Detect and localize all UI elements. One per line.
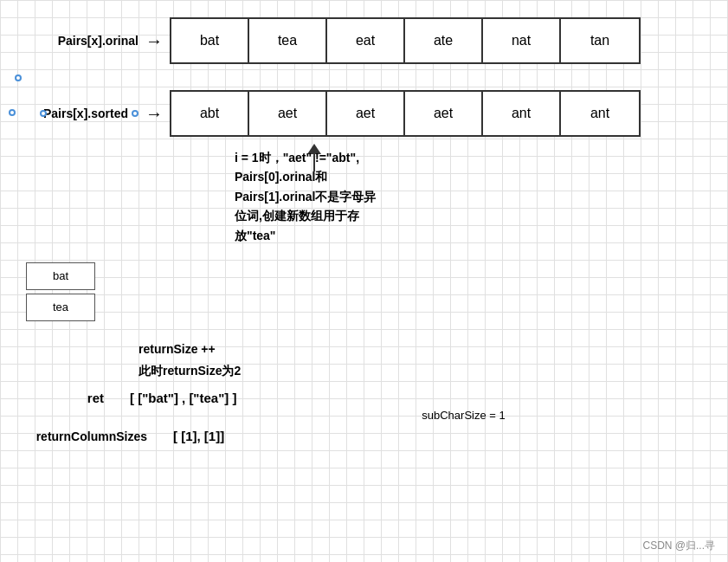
- sorted-label: Pairs[x].sorted: [43, 107, 128, 120]
- circle-top: [15, 74, 22, 81]
- ret-label: ret: [17, 391, 104, 405]
- return-size-line1: returnSize ++: [139, 339, 728, 360]
- orinal-label: Pairs[x].orinal: [17, 34, 139, 48]
- subchar-row: subCharSize = 1: [199, 409, 728, 422]
- small-boxes-area: bat tea: [26, 262, 728, 321]
- sorted-cells: abt aet aet aet ant ant: [170, 90, 641, 137]
- circle-bottom: [9, 109, 16, 116]
- cell-orinal-2: eat: [327, 19, 405, 62]
- arrow-right-orinal: [145, 31, 163, 51]
- watermark: CSDN @归...寻: [642, 539, 715, 553]
- orinal-row: Pairs[x].orinal bat tea eat ate nat tan: [17, 17, 728, 64]
- cell-sorted-3: aet: [405, 92, 483, 135]
- return-size-section: returnSize ++ 此时returnSize为2: [139, 339, 728, 382]
- annotation-text: i = 1时，"aet" !="abt", Pairs[0].orinal和 P…: [235, 148, 376, 245]
- return-col-value: [ [1], [1]]: [173, 429, 224, 443]
- cell-orinal-1: tea: [249, 19, 327, 62]
- cell-sorted-1: aet: [249, 92, 327, 135]
- arrow-right-sorted: [145, 104, 163, 124]
- sorted-wrapper: Pairs[x].sorted abt aet aet aet ant ant: [0, 90, 728, 137]
- dot-left: [40, 110, 47, 117]
- small-box-tea: tea: [26, 294, 95, 321]
- ret-row: ret [ ["bat"] , ["tea"] ]: [17, 391, 728, 405]
- cell-sorted-0: abt: [171, 92, 249, 135]
- cell-orinal-4: nat: [483, 19, 561, 62]
- circle-right: [132, 110, 139, 117]
- orinal-cells: bat tea eat ate nat tan: [170, 17, 641, 64]
- cell-orinal-0: bat: [171, 19, 249, 62]
- cell-sorted-5: ant: [561, 92, 639, 135]
- annotation-area: i = 1时，"aet" !="abt", Pairs[0].orinal和 P…: [195, 144, 728, 245]
- cell-sorted-2: aet: [327, 92, 405, 135]
- small-box-bat: bat: [26, 262, 95, 290]
- ret-value: [ ["bat"] , ["tea"] ]: [130, 391, 236, 405]
- sorted-row: Pairs[x].sorted abt aet aet aet ant ant: [17, 90, 728, 137]
- cell-orinal-3: ate: [405, 19, 483, 62]
- cell-orinal-5: tan: [561, 19, 639, 62]
- main-content: Pairs[x].orinal bat tea eat ate nat tan …: [0, 0, 728, 452]
- cell-sorted-4: ant: [483, 92, 561, 135]
- return-col-label: returnColumnSizes: [9, 430, 147, 443]
- return-col-row: returnColumnSizes [ [1], [1]]: [0, 429, 728, 443]
- return-size-line2: 此时returnSize为2: [139, 360, 728, 382]
